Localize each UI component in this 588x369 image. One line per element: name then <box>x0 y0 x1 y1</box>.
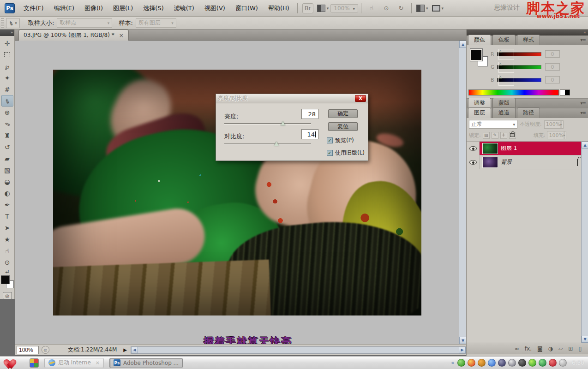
horizontal-scrollbar[interactable]: ◀ ▶ <box>131 346 466 354</box>
brightness-contrast-dialog[interactable]: 亮度/对比度 X 亮度: 28 对比度: 14 确定 复位 ✓ 预览(P) ✓ … <box>216 94 368 161</box>
brightness-value-field[interactable]: 28 <box>301 109 318 119</box>
contrast-value-field[interactable]: 14 <box>301 129 318 139</box>
document-close-icon[interactable]: × <box>119 32 124 39</box>
menu-edit[interactable]: 编辑(E) <box>49 3 79 14</box>
foreground-background-swatches[interactable] <box>1 275 14 288</box>
menu-help[interactable]: 帮助(H) <box>263 3 294 14</box>
eye-icon[interactable] <box>469 160 477 165</box>
task-photoshop[interactable]: Ps Adobe Photoshop ... <box>109 358 183 368</box>
background-thumbnail[interactable] <box>482 157 498 168</box>
background-layer-name[interactable]: 背景 <box>501 158 512 166</box>
sample-layers-select[interactable]: 所有图层▾ <box>136 18 176 28</box>
tab-layers[interactable]: 图层 <box>468 107 491 118</box>
brightness-slider[interactable] <box>224 123 311 124</box>
layer1-name[interactable]: 图层 1 <box>501 144 517 152</box>
ok-button[interactable]: 确定 <box>328 109 358 118</box>
zoom-tool[interactable]: ⊙ <box>1 256 13 268</box>
layer-row-layer1[interactable]: 图层 1 <box>467 142 588 155</box>
swap-colors-icon[interactable]: ⇄ <box>1 268 13 274</box>
scroll-up-icon[interactable]: ▲ <box>459 41 467 48</box>
tray-icon-8[interactable] <box>528 359 536 367</box>
canvas-area[interactable]: 握着手就算天快亮 像开始时那样 <box>15 41 459 344</box>
layer-row-background[interactable]: 背景 <box>467 155 588 169</box>
green-slider[interactable]: △ <box>497 65 541 69</box>
panel-menu-icon[interactable]: ▾≡ <box>581 37 586 42</box>
color-spectrum-ramp[interactable] <box>468 89 559 95</box>
tray-icon-5[interactable] <box>498 359 506 367</box>
bridge-button[interactable]: Br <box>302 3 313 13</box>
magic-wand-tool[interactable]: ✦ <box>1 72 13 83</box>
contrast-slider[interactable] <box>224 143 311 144</box>
lock-pixels-icon[interactable]: ✎ <box>492 132 498 139</box>
start-button[interactable] <box>4 357 18 369</box>
panel-menu-icon[interactable]: ▾≡ <box>581 101 586 106</box>
quick-launch-icon[interactable] <box>30 358 39 368</box>
layers-scrollbar[interactable]: ▲ ▼ <box>581 142 588 343</box>
blue-value-field[interactable]: 0 <box>545 76 560 83</box>
vertical-scrollbar[interactable]: ▲ ▼ <box>459 41 466 344</box>
tray-chevron-icon[interactable]: « <box>451 360 454 366</box>
tray-icon-qq[interactable] <box>468 359 475 367</box>
arrange-documents-icon[interactable]: ▾ <box>416 3 428 13</box>
eyedropper-icon[interactable]: ✎▾ <box>6 18 20 28</box>
blur-tool[interactable]: ◒ <box>1 176 13 187</box>
menu-layer[interactable]: 图层(L) <box>108 3 138 14</box>
rotate-view-icon[interactable]: ↻ <box>396 3 407 13</box>
tab-channels[interactable]: 通道 <box>492 107 516 118</box>
blue-slider[interactable]: △ <box>497 78 541 82</box>
new-layer-icon[interactable]: ⊞ <box>568 345 573 352</box>
visibility-cell[interactable] <box>467 142 480 155</box>
custom-shape-tool[interactable]: ★ <box>1 233 13 245</box>
add-mask-icon[interactable]: ◙ <box>537 345 543 352</box>
tray-icon-1[interactable] <box>457 359 465 367</box>
tray-icon-3[interactable] <box>478 359 486 367</box>
red-value-field[interactable]: 0 <box>545 50 560 58</box>
tray-icon-7[interactable] <box>518 359 526 367</box>
brush-tool[interactable]: ✏ <box>1 118 13 130</box>
scroll-left-icon[interactable]: ◀ <box>131 347 138 353</box>
task-close-icon[interactable]: × <box>96 360 100 366</box>
status-clock-icon[interactable]: ◴ <box>42 346 49 354</box>
scroll-up-icon[interactable]: ▲ <box>582 142 588 149</box>
foreground-color-swatch[interactable] <box>1 275 10 284</box>
menu-view[interactable]: 视图(V) <box>199 3 230 14</box>
tools-collapse-header[interactable]: » <box>0 30 14 36</box>
legacy-checkbox[interactable]: ✓ <box>327 150 333 156</box>
menu-file[interactable]: 文件(F) <box>18 3 49 14</box>
zoom-tool-icon[interactable]: ⊙ <box>381 3 392 13</box>
gradient-tool[interactable]: ▧ <box>1 164 13 176</box>
hand-tool-icon[interactable]: ☝ <box>366 3 377 13</box>
preview-checkbox-row[interactable]: ✓ 预览(P) <box>327 137 354 144</box>
screen-mode-icon[interactable]: ▾ <box>432 3 444 13</box>
scroll-down-icon[interactable]: ▼ <box>582 336 588 343</box>
blend-mode-select[interactable]: 正常▾ <box>469 120 517 129</box>
rectangular-marquee-tool[interactable] <box>1 49 13 60</box>
tab-adjustments[interactable]: 调整 <box>468 98 491 108</box>
contrast-slider-thumb[interactable] <box>274 142 279 146</box>
menu-select[interactable]: 选择(S) <box>138 3 168 14</box>
lock-all-icon[interactable] <box>509 132 516 139</box>
dodge-tool[interactable]: ◐ <box>1 187 13 199</box>
tray-icon-4[interactable] <box>488 359 496 367</box>
extras-icon[interactable]: ▾ <box>317 3 329 13</box>
brightness-slider-thumb[interactable] <box>281 121 285 125</box>
dialog-close-button[interactable]: X <box>355 95 366 102</box>
quick-mask-button[interactable]: ◎ <box>3 292 12 299</box>
crop-tool[interactable]: # <box>1 83 13 95</box>
fill-field[interactable]: 100%▸ <box>547 131 566 139</box>
eye-icon[interactable] <box>469 146 477 151</box>
opacity-field[interactable]: 100%▸ <box>544 120 564 129</box>
lasso-tool[interactable]: ℘ <box>1 60 13 72</box>
move-tool[interactable]: ✛ <box>1 37 13 49</box>
clone-stamp-tool[interactable]: ♜ <box>1 130 13 141</box>
tab-masks[interactable]: 蒙版 <box>492 98 516 108</box>
foreground-color-swatch[interactable] <box>470 49 482 61</box>
panel-menu-icon[interactable]: ▾≡ <box>581 110 586 115</box>
menu-filter[interactable]: 滤镜(T) <box>169 3 199 14</box>
delete-layer-icon[interactable]: ▯ <box>578 345 582 352</box>
zoom-percent-field[interactable] <box>17 346 39 354</box>
menu-image[interactable]: 图像(I) <box>79 3 108 14</box>
tray-icon-6[interactable] <box>508 359 516 367</box>
task-internet[interactable]: 启动 Interne × <box>44 358 104 368</box>
zoom-level-combo[interactable]: 100% ▾ <box>330 4 358 12</box>
